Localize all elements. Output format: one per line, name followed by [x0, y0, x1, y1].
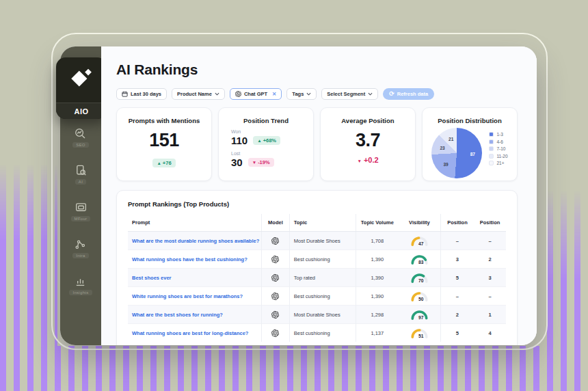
prompt-rankings-table: Prompt Model Topic Topic Volume Visibili…: [128, 214, 506, 342]
openai-icon: [235, 91, 241, 97]
main-content: AI Rankings Last 30 days Product Name Ch…: [101, 46, 537, 345]
lost-value: 30: [231, 157, 243, 168]
legend-label: 4-6: [496, 139, 503, 144]
card-title: Position Trend: [219, 117, 313, 124]
table-row[interactable]: Best shoes everTop rated1,3907053: [128, 269, 506, 287]
topic-cell: Most Durable Shoes: [289, 306, 356, 324]
model-chip-label: Chat GPT: [244, 91, 267, 97]
table-header-row: Prompt Model Topic Topic Volume Visibili…: [128, 214, 506, 232]
position-cell: 3: [440, 250, 474, 269]
svg-text:97: 97: [418, 315, 424, 320]
app-logo[interactable]: AIO: [56, 57, 107, 119]
table-row[interactable]: What running shoes are best for long-dis…: [128, 324, 506, 342]
chip-remove-icon[interactable]: ✕: [272, 91, 276, 97]
refresh-data-button[interactable]: ⟳ Refresh data: [383, 88, 434, 100]
won-value: 110: [231, 135, 248, 146]
topic-cell: Top rated: [289, 269, 356, 287]
col-visibility: Visibility: [399, 214, 440, 232]
sidebar-item-mfour[interactable]: MFour: [71, 201, 91, 221]
product-name-select[interactable]: Product Name: [172, 88, 225, 100]
lost-change-badge: ▼-19%: [248, 158, 274, 167]
col-position-2: Position: [474, 214, 506, 232]
refresh-icon: ⟳: [389, 91, 395, 97]
visibility-gauge: 50: [410, 291, 429, 301]
card-position-trend: Position Trend Won 110 ▲+68% Lost 30 ▼-1…: [218, 107, 314, 181]
diamond-logo-icon: [68, 66, 94, 92]
visibility-gauge: 47: [410, 235, 429, 246]
bar-chart-icon: [74, 275, 87, 288]
svg-text:83: 83: [418, 260, 424, 265]
model-chatgpt-icon: [271, 274, 279, 282]
lost-label: Lost: [231, 151, 313, 156]
svg-text:47: 47: [418, 241, 424, 246]
seo-magnifier-icon: [74, 127, 87, 140]
topic-volume-cell: 1,708: [356, 232, 399, 250]
date-range-label: Last 30 days: [131, 91, 161, 97]
share-nodes-icon: [74, 238, 87, 251]
position-cell: –: [440, 232, 474, 250]
prompt-link[interactable]: What running shoes have the best cushion…: [132, 256, 248, 262]
topic-cell: Most Durable Shoes: [289, 232, 356, 250]
legend-swatch: [489, 161, 494, 165]
table-row[interactable]: White running shoes are best for maratho…: [128, 287, 506, 306]
sidebar-item-insights[interactable]: Insights: [69, 275, 92, 295]
model-chatgpt-icon: [271, 237, 279, 245]
legend-swatch: [489, 146, 494, 151]
table-row[interactable]: What are the best shoes for running?Most…: [128, 306, 506, 324]
position-distribution-pie-chart: 87392321: [431, 128, 482, 178]
col-prompt: Prompt: [128, 214, 262, 232]
table-row[interactable]: What are the most durable running shoes …: [128, 232, 506, 250]
legend-label: 11-20: [496, 154, 507, 159]
prompt-link[interactable]: What are the best shoes for running?: [132, 312, 223, 318]
table-row[interactable]: What running shoes have the best cushion…: [128, 250, 506, 269]
stripe-pattern-bottom: [0, 346, 588, 391]
triangle-up-icon: ▲: [157, 161, 161, 165]
card-position-distribution: Position Distribution 87392321 1-34-67-1…: [422, 107, 518, 181]
avg-position-change: ▼ +0.2: [321, 156, 415, 164]
avg-position-value: 3.7: [321, 130, 415, 151]
calendar-icon: [122, 91, 128, 97]
visibility-gauge: 97: [410, 309, 429, 320]
legend-label: 7-10: [496, 146, 505, 151]
svg-text:70: 70: [418, 278, 424, 283]
prompt-link[interactable]: White running shoes are best for maratho…: [132, 293, 243, 299]
legend-swatch: [489, 132, 494, 137]
prompts-value: 151: [117, 130, 211, 151]
topic-volume-cell: 1,390: [356, 287, 399, 306]
position-cell: 2: [440, 306, 474, 324]
segment-select[interactable]: Select Segment: [321, 88, 378, 100]
sidebar-item-seo[interactable]: SEO: [72, 127, 89, 148]
legend-swatch: [489, 139, 494, 144]
model-filter-chip[interactable]: Chat GPT ✕: [230, 88, 282, 100]
model-chatgpt-icon: [271, 329, 279, 337]
pie-legend: 1-34-67-1011-2021+: [489, 132, 507, 178]
col-model: Model: [262, 214, 290, 232]
card-title: Position Distribution: [423, 117, 517, 124]
sidebar-item-ai[interactable]: AI: [75, 164, 88, 185]
pie-slice-label: 23: [440, 145, 444, 150]
prompt-link[interactable]: What are the most durable running shoes …: [132, 238, 259, 244]
col-topic-volume: Topic Volume: [356, 214, 399, 232]
pie-slice-label: 87: [470, 151, 475, 156]
prompt-link[interactable]: What running shoes are best for long-dis…: [132, 330, 248, 336]
col-topic: Topic: [289, 214, 356, 232]
triangle-down-icon: ▼: [252, 160, 256, 165]
svg-text:51: 51: [418, 334, 424, 338]
tags-select[interactable]: Tags: [286, 88, 317, 100]
sidebar-item-label: AI: [75, 179, 86, 185]
card-prompts-with-mentions: Prompts with Mentions 151 ▲+76: [116, 107, 212, 181]
prompt-link[interactable]: Best shoes ever: [132, 275, 172, 281]
position-change-cell: 3: [474, 269, 506, 287]
legend-item: 11-20: [489, 154, 507, 159]
svg-text:50: 50: [418, 297, 424, 301]
screen-icon: [75, 201, 88, 214]
topic-volume-cell: 1,390: [356, 250, 399, 269]
sidebar-item-label: Intra: [72, 253, 89, 258]
date-range-button[interactable]: Last 30 days: [116, 88, 167, 100]
tags-label: Tags: [292, 91, 304, 97]
sidebar-item-intra[interactable]: Intra: [72, 238, 89, 258]
topic-cell: Best cushioning: [289, 287, 356, 306]
refresh-label: Refresh data: [397, 91, 428, 97]
topic-volume-cell: 1,137: [356, 324, 399, 342]
topic-cell: Best cushioning: [289, 250, 356, 269]
